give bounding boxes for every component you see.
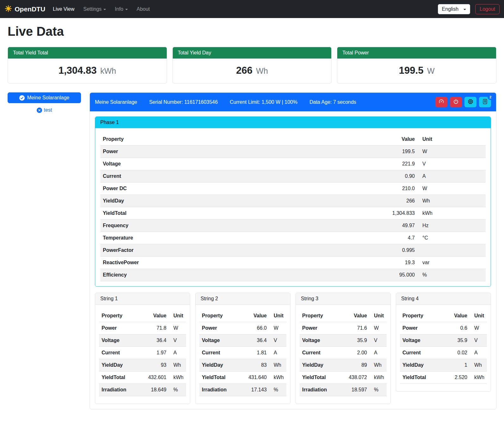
table-row: Voltage 35.9 V <box>400 334 487 347</box>
row-value: 36.4 <box>143 334 169 347</box>
row-unit: A <box>417 170 486 183</box>
row-property: YieldTotal <box>300 371 344 384</box>
string-table-head: Property Value Unit <box>199 310 286 322</box>
column-header-unit: Unit <box>370 310 387 322</box>
row-unit: W <box>470 322 487 334</box>
language-select[interactable]: English <box>438 4 470 14</box>
string-table: Property Value Unit Power <box>300 310 387 396</box>
row-property: Voltage <box>400 334 444 347</box>
row-property: YieldTotal <box>100 207 365 220</box>
table-row: YieldDay 266 Wh <box>100 195 486 207</box>
nav-item-about[interactable]: About <box>132 4 154 15</box>
event-log-button[interactable]: 2 <box>479 97 491 107</box>
row-unit: W <box>417 183 486 195</box>
row-unit: kWh <box>370 371 387 384</box>
string-table: Property Value Unit Power <box>99 310 186 396</box>
speedometer-icon <box>439 99 444 105</box>
row-property: Temperature <box>100 232 365 244</box>
row-property: Irradiation <box>199 384 243 396</box>
string-card-1: String 1 Property Value Unit <box>95 293 190 404</box>
column-header-value: Value <box>344 310 370 322</box>
column-header-unit: Unit <box>269 310 286 322</box>
string-card-3: String 3 Property Value Unit <box>296 293 391 404</box>
nav-item-live-view[interactable]: Live View <box>48 4 79 15</box>
journal-icon <box>482 99 488 105</box>
row-value: 18.597 <box>344 384 370 396</box>
header-row: Property Value Unit <box>100 133 486 146</box>
table-row: Frequency 49.97 Hz <box>100 220 486 232</box>
row-property: Voltage <box>99 334 143 347</box>
summary-unit: W <box>427 66 435 75</box>
power-button[interactable] <box>450 97 462 107</box>
string-table-body: Power 71.8 W Voltage 36.4 V <box>99 322 186 396</box>
phase-table-body: Power 199.5 W Voltage 221.9 V <box>100 146 486 281</box>
table-row: Irradiation 17.143 % <box>199 384 286 396</box>
inverter-panel-header: Meine Solaranlage Serial Number: 1161716… <box>90 93 496 111</box>
row-unit: Wh <box>169 359 186 371</box>
column-header-value: Value <box>444 310 470 322</box>
row-property: Current <box>99 347 143 359</box>
row-value: 93 <box>143 359 169 371</box>
column-header-unit: Unit <box>169 310 186 322</box>
row-property: YieldDay <box>300 359 344 371</box>
nav-item-info[interactable]: Info <box>110 4 132 15</box>
row-unit: W <box>370 322 387 334</box>
phase-table: Property Value Unit Power <box>100 133 486 281</box>
row-property: YieldTotal <box>199 371 243 384</box>
power-icon <box>453 99 459 105</box>
row-property: YieldDay <box>99 359 143 371</box>
table-row: Current 0.02 A <box>400 347 487 359</box>
limit-settings-button[interactable] <box>435 97 447 107</box>
logout-button[interactable]: Logout <box>475 4 500 14</box>
row-value: 2.00 <box>344 347 370 359</box>
table-row: Power 0.6 W <box>400 322 487 334</box>
row-value: 71.6 <box>344 322 370 334</box>
row-value: 0.90 <box>365 170 417 183</box>
summary-card-total-yield-total: Total Yield Total 1,304.83 kWh <box>8 47 167 84</box>
row-property: Power <box>99 322 143 334</box>
inverter-select-button[interactable]: Meine Solaranlage <box>8 92 81 103</box>
row-value: 95.000 <box>365 269 417 281</box>
row-value: 266 <box>365 195 417 207</box>
device-info-button[interactable] <box>464 97 476 107</box>
brand-link[interactable]: ☀ OpenDTU <box>4 5 45 13</box>
row-property: Efficiency <box>100 269 365 281</box>
row-property: Current <box>199 347 243 359</box>
row-value: 18.649 <box>143 384 169 396</box>
nav-item-settings[interactable]: Settings <box>79 4 110 15</box>
chevron-down-icon <box>125 9 128 10</box>
header-row: Property Value Unit <box>199 310 286 322</box>
row-unit: kWh <box>470 371 487 384</box>
row-unit: A <box>370 347 387 359</box>
nav-item-label: Settings <box>83 6 102 12</box>
sidebar-item-test[interactable]: test <box>8 107 81 113</box>
row-unit: Wh <box>269 359 286 371</box>
inverter-panel-body: Phase 1 Property Value Unit <box>90 111 496 409</box>
string-card-2: String 2 Property Value Unit <box>195 293 290 404</box>
column-header-property: Property <box>300 310 344 322</box>
phase-table-head: Property Value Unit <box>100 133 486 146</box>
phase-card-body: Property Value Unit Power <box>95 128 491 286</box>
row-unit: V <box>470 334 487 347</box>
nav-links: Live View Settings Info About <box>48 4 154 15</box>
row-value: 1 <box>444 359 470 371</box>
row-value: 199.5 <box>365 146 417 158</box>
summary-card-title: Total Yield Day <box>173 47 332 59</box>
row-value: 49.97 <box>365 220 417 232</box>
cpu-icon <box>468 99 473 105</box>
row-property: Current <box>300 347 344 359</box>
strings-row: String 1 Property Value Unit <box>95 293 491 404</box>
nav-item-label: About <box>137 6 150 12</box>
table-row: YieldDay 93 Wh <box>99 359 186 371</box>
navbar-right: English Logout <box>438 4 500 14</box>
phase-card-title: Phase 1 <box>95 117 491 128</box>
string-card-title: String 2 <box>196 293 290 305</box>
row-unit: kWh <box>269 371 286 384</box>
row-property: Irradiation <box>300 384 344 396</box>
table-row: Current 2.00 A <box>300 347 387 359</box>
table-row: YieldTotal 431.640 kWh <box>199 371 286 384</box>
table-row: Power 66.0 W <box>199 322 286 334</box>
row-value: 438.072 <box>344 371 370 384</box>
row-unit: % <box>269 384 286 396</box>
summary-cards-row: Total Yield Total 1,304.83 kWh Total Yie… <box>8 47 496 84</box>
